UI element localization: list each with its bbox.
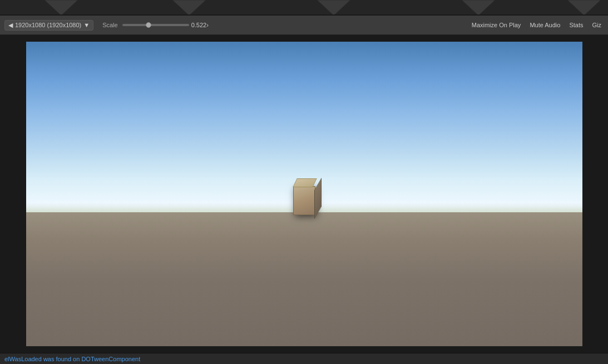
resolution-label: 1920x1080 (1920x1080) [15, 22, 81, 28]
toolbar-right-buttons: Maximize On Play Mute Audio Stats Giz [469, 21, 604, 29]
svg-marker-4 [567, 0, 601, 16]
unity-editor: ◀ 1920x1080 (1920x1080) ▼ Scale 0.522› M… [0, 0, 608, 364]
svg-marker-1 [172, 0, 206, 16]
resolution-dropdown[interactable]: ◀ 1920x1080 (1920x1080) ▼ [4, 20, 93, 31]
scale-slider-thumb [146, 22, 151, 28]
game-view-wrapper [0, 35, 608, 353]
mute-audio-button[interactable]: Mute Audio [527, 21, 562, 29]
scale-slider[interactable] [122, 24, 189, 26]
game-view-toolbar: ◀ 1920x1080 (1920x1080) ▼ Scale 0.522› M… [0, 16, 608, 35]
maximize-on-play-button[interactable]: Maximize On Play [469, 21, 523, 29]
tab-triangle-area [0, 0, 608, 16]
status-message: elWasLoaded was found on DOTweenComponen… [4, 356, 140, 362]
scale-slider-container: 0.522› [122, 22, 209, 28]
svg-marker-0 [45, 0, 78, 16]
status-bar: elWasLoaded was found on DOTweenComponen… [0, 353, 608, 364]
scale-label: Scale [102, 22, 118, 28]
cube-object-container [293, 186, 315, 215]
scale-value: 0.522› [191, 22, 209, 28]
cube-top-face [293, 178, 317, 187]
gizmos-button[interactable]: Giz [590, 21, 604, 29]
dropdown-arrow-left: ◀ [8, 22, 13, 29]
ground-plane [26, 212, 582, 346]
tab-triangles-svg [0, 0, 608, 16]
svg-marker-3 [462, 0, 495, 16]
stats-button[interactable]: Stats [567, 21, 585, 29]
game-canvas [26, 42, 582, 346]
cube-front-face [293, 186, 315, 215]
svg-marker-2 [317, 0, 350, 16]
cube-3d [293, 186, 315, 215]
dropdown-arrow-right: ▼ [83, 22, 90, 28]
